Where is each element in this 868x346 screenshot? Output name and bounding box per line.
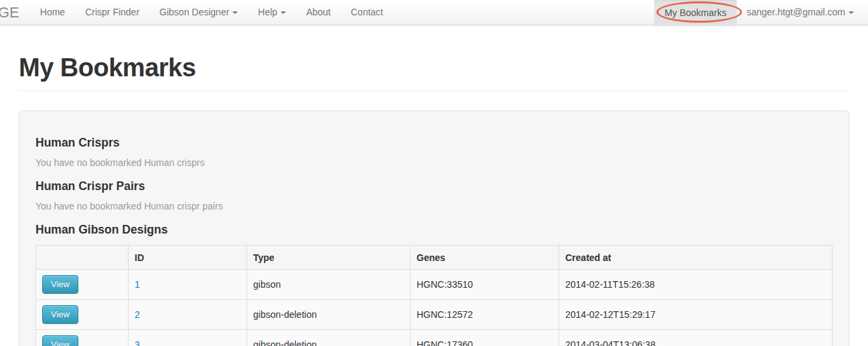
section-heading-human-crispr-pairs: Human Crispr Pairs xyxy=(35,179,833,193)
nav-item-my-bookmarks[interactable]: My Bookmarks xyxy=(654,0,737,26)
nav-label: Gibson Designer xyxy=(159,0,229,25)
genes-cell: HGNC:33510 xyxy=(411,270,559,300)
type-cell: gibson xyxy=(247,270,411,300)
nav-item-crispr-finder[interactable]: Crispr Finder xyxy=(75,0,149,25)
view-button[interactable]: View xyxy=(42,305,78,324)
nav-label: My Bookmarks xyxy=(664,1,727,25)
column-header-type: Type xyxy=(247,246,411,270)
gibson-designs-table: ID Type Genes Created at View 1 gibson H… xyxy=(35,245,833,346)
bookmarks-panel: Human Crisprs You have no bookmarked Hum… xyxy=(19,110,849,346)
page-title: My Bookmarks xyxy=(19,53,849,91)
created-at-cell: 2014-02-11T15:26:38 xyxy=(559,270,833,300)
actions-cell: View xyxy=(36,330,129,346)
column-header-genes: Genes xyxy=(411,246,559,270)
type-cell: gibson-deletion xyxy=(247,330,411,346)
nav-item-help[interactable]: Help xyxy=(248,0,296,25)
navbar-right: My Bookmarks sanger.htgt@gmail.com xyxy=(654,0,868,25)
view-button[interactable]: View xyxy=(42,335,78,346)
table-header-row: ID Type Genes Created at xyxy=(36,246,833,270)
chevron-down-icon xyxy=(232,11,238,14)
brand-logo[interactable]: GE xyxy=(0,0,19,25)
account-email: sanger.htgt@gmail.com xyxy=(747,0,845,25)
genes-cell: HGNC:17360 xyxy=(411,330,559,346)
design-id-link[interactable]: 2 xyxy=(135,309,140,320)
nav-label: Contact xyxy=(351,0,383,25)
account-menu[interactable]: sanger.htgt@gmail.com xyxy=(737,0,864,25)
nav-label: About xyxy=(306,0,331,25)
id-cell: 3 xyxy=(129,330,247,346)
table-body: View 1 gibson HGNC:33510 2014-02-11T15:2… xyxy=(36,270,833,346)
section-heading-human-gibson-designs: Human Gibson Designs xyxy=(35,222,833,237)
top-navbar: GE Home Crispr Finder Gibson Designer He… xyxy=(0,0,868,25)
nav-label: Home xyxy=(40,0,65,25)
actions-cell: View xyxy=(36,270,129,300)
nav-item-about[interactable]: About xyxy=(296,0,341,25)
id-cell: 1 xyxy=(129,270,247,300)
nav-item-home[interactable]: Home xyxy=(30,0,75,25)
nav-label: Help xyxy=(258,0,277,25)
chevron-down-icon xyxy=(281,11,286,14)
main-nav: Home Crispr Finder Gibson Designer Help … xyxy=(30,0,393,25)
table-row: View 3 gibson-deletion HGNC:17360 2014-0… xyxy=(36,330,833,346)
column-header-id: ID xyxy=(129,246,247,270)
table-row: View 1 gibson HGNC:33510 2014-02-11T15:2… xyxy=(36,270,833,300)
column-header-actions xyxy=(36,246,129,270)
column-header-created-at: Created at xyxy=(559,246,833,270)
actions-cell: View xyxy=(36,300,129,330)
nav-item-gibson-designer[interactable]: Gibson Designer xyxy=(149,0,248,25)
created-at-cell: 2014-03-04T13:06:38 xyxy=(559,330,833,346)
id-cell: 2 xyxy=(129,300,247,330)
main-content: My Bookmarks Human Crisprs You have no b… xyxy=(19,53,849,346)
design-id-link[interactable]: 1 xyxy=(135,279,140,290)
table-row: View 2 gibson-deletion HGNC:12572 2014-0… xyxy=(36,300,833,330)
chevron-down-icon xyxy=(849,11,854,14)
nav-item-contact[interactable]: Contact xyxy=(341,0,393,25)
created-at-cell: 2014-02-12T15:29:17 xyxy=(559,300,833,330)
section-heading-human-crisprs: Human Crisprs xyxy=(35,135,833,150)
view-button[interactable]: View xyxy=(42,275,78,294)
nav-label: Crispr Finder xyxy=(85,0,139,25)
empty-message-human-crispr-pairs: You have no bookmarked Human crispr pair… xyxy=(35,199,833,213)
empty-message-human-crisprs: You have no bookmarked Human crisprs xyxy=(35,156,833,169)
genes-cell: HGNC:12572 xyxy=(411,300,559,330)
type-cell: gibson-deletion xyxy=(247,300,411,330)
design-id-link[interactable]: 3 xyxy=(135,339,140,346)
